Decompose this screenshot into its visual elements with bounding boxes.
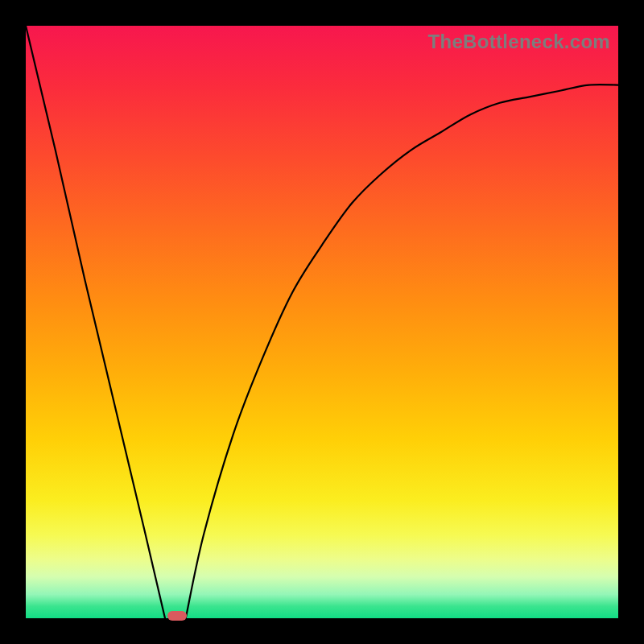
- curve-left-branch: [26, 26, 165, 618]
- minimum-marker: [167, 611, 187, 621]
- bottleneck-curve: [26, 26, 618, 618]
- chart-frame: TheBottleneck.com: [0, 0, 644, 644]
- curve-right-branch: [186, 85, 618, 618]
- plot-area: TheBottleneck.com: [26, 26, 618, 618]
